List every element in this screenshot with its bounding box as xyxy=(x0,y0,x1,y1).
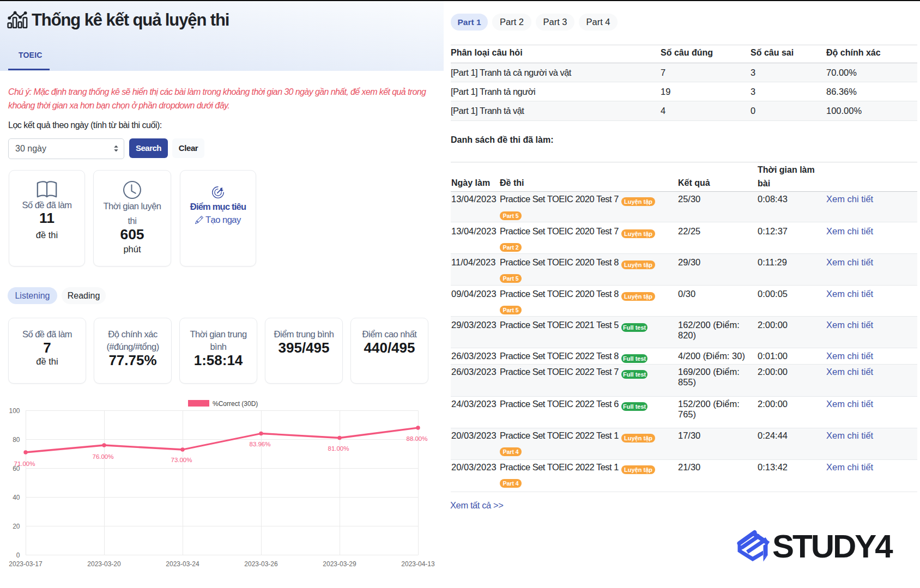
svg-text:2023-03-26: 2023-03-26 xyxy=(244,560,278,568)
svg-text:88.00%: 88.00% xyxy=(406,435,427,442)
svg-text:80: 80 xyxy=(13,436,20,444)
svg-text:2023-04-13: 2023-04-13 xyxy=(401,560,435,568)
svg-text:2023-03-20: 2023-03-20 xyxy=(87,560,121,568)
svg-text:2023-03-29: 2023-03-29 xyxy=(323,560,356,568)
svg-text:76.00%: 76.00% xyxy=(92,453,113,460)
svg-text:71.00%: 71.00% xyxy=(14,460,35,467)
svg-text:83.96%: 83.96% xyxy=(249,441,270,447)
svg-text:100: 100 xyxy=(9,407,20,415)
svg-text:20: 20 xyxy=(13,523,20,530)
svg-text:40: 40 xyxy=(13,494,20,501)
svg-text:%Correct (30D): %Correct (30D) xyxy=(213,400,258,408)
svg-text:2023-03-24: 2023-03-24 xyxy=(166,560,199,568)
svg-text:0: 0 xyxy=(16,551,20,559)
svg-text:2023-03-17: 2023-03-17 xyxy=(9,560,43,568)
svg-text:81.00%: 81.00% xyxy=(328,445,349,452)
svg-text:73.00%: 73.00% xyxy=(171,457,192,463)
